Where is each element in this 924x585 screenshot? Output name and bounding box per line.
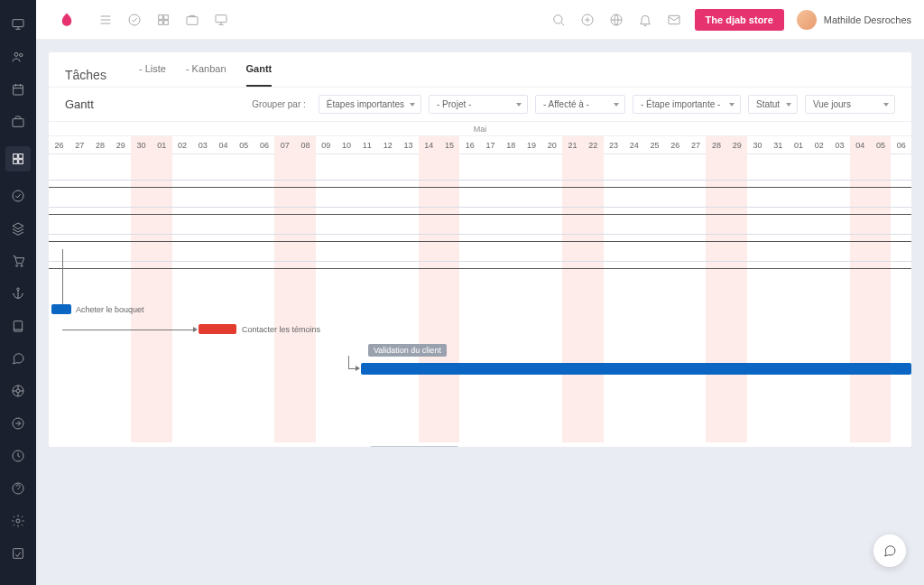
svg-rect-22 <box>159 14 163 19</box>
chart-body: Acheter le bouquet Contacter les témoins… <box>49 154 911 443</box>
nav-edit-icon[interactable] <box>10 545 26 562</box>
nav-briefcase-icon[interactable] <box>10 114 26 130</box>
nav-layers-icon[interactable] <box>10 220 26 237</box>
svg-rect-31 <box>669 15 679 23</box>
nav-settings-icon[interactable] <box>10 513 26 529</box>
nav-book-icon[interactable] <box>10 318 26 334</box>
day-cell: 12 <box>377 136 398 153</box>
days-header: 2627282930010203040506070809101112131415… <box>49 136 911 154</box>
day-cell: 04 <box>213 136 234 153</box>
svg-rect-24 <box>159 20 163 24</box>
svg-rect-6 <box>19 154 23 159</box>
day-cell: 04 <box>850 136 871 153</box>
select-status[interactable]: Statut <box>748 95 798 114</box>
nav-grid-icon[interactable] <box>5 146 31 172</box>
page-title: Tâches <box>65 68 106 82</box>
day-cell: 13 <box>398 136 419 153</box>
scroll-thumb[interactable] <box>369 446 459 447</box>
svg-point-11 <box>21 265 23 266</box>
avatar <box>797 10 817 30</box>
task-bar-bouquet[interactable] <box>51 304 71 314</box>
select-project[interactable]: - Projet - <box>429 95 528 114</box>
sidebar <box>0 0 36 585</box>
nav-help-icon[interactable] <box>10 480 26 497</box>
nav-chat-icon[interactable] <box>10 350 26 367</box>
select-milestones[interactable]: Étapes importantes <box>319 95 421 114</box>
store-button[interactable]: The djab store <box>695 9 784 31</box>
svg-rect-4 <box>13 119 23 127</box>
svg-rect-5 <box>14 154 18 159</box>
svg-point-21 <box>129 14 140 25</box>
day-cell: 27 <box>686 136 707 153</box>
milestone-validation[interactable]: Validation du client <box>368 344 447 357</box>
day-cell: 09 <box>316 136 337 153</box>
check-circle-icon[interactable] <box>126 12 143 28</box>
tabs-row: Tâches - Liste - Kanban Gantt <box>49 52 911 88</box>
chat-fab[interactable] <box>873 534 906 567</box>
nav-calendar-icon[interactable] <box>10 81 26 98</box>
day-cell: 28 <box>707 136 727 153</box>
briefcase-icon[interactable] <box>184 12 200 28</box>
nav-support-icon[interactable] <box>10 383 26 399</box>
tab-kanban[interactable]: - Kanban <box>186 63 226 87</box>
day-cell: 05 <box>234 136 254 153</box>
day-cell: 10 <box>337 136 357 153</box>
day-cell: 01 <box>152 136 172 153</box>
svg-rect-8 <box>19 160 23 164</box>
day-cell: 06 <box>891 136 911 153</box>
day-cell: 25 <box>644 136 665 153</box>
day-cell: 03 <box>829 136 850 153</box>
topbar: The djab store Mathilde Desroches <box>36 0 924 40</box>
select-view[interactable]: Vue jours <box>805 95 895 114</box>
bell-icon[interactable] <box>637 12 653 28</box>
task-bar-temoins[interactable] <box>199 324 236 334</box>
day-cell: 30 <box>131 136 152 153</box>
tasks-panel: Tâches - Liste - Kanban Gantt Gantt Grou… <box>49 52 911 447</box>
nav-cart-icon[interactable] <box>10 253 26 269</box>
mail-icon[interactable] <box>666 12 682 28</box>
svg-rect-20 <box>14 549 23 559</box>
add-icon[interactable] <box>579 12 596 28</box>
svg-rect-3 <box>14 85 23 95</box>
nav-monitor-icon[interactable] <box>10 16 26 32</box>
svg-point-1 <box>14 52 18 56</box>
day-cell: 29 <box>110 136 131 153</box>
day-cell: 29 <box>726 136 747 153</box>
day-cell: 01 <box>789 136 809 153</box>
search-icon[interactable] <box>550 12 567 28</box>
tab-liste[interactable]: - Liste <box>139 63 166 87</box>
svg-point-19 <box>16 519 20 523</box>
day-cell: 08 <box>295 136 316 153</box>
svg-rect-7 <box>14 160 18 164</box>
day-cell: 20 <box>541 136 562 153</box>
nav-users-icon[interactable] <box>10 49 26 65</box>
month-header: Mai <box>49 122 911 136</box>
day-cell: 23 <box>604 136 624 153</box>
task-label-temoins: Contacter les témoins <box>242 325 320 334</box>
menu-icon[interactable] <box>97 12 114 28</box>
user-menu[interactable]: Mathilde Desroches <box>797 10 911 30</box>
globe-icon[interactable] <box>608 12 624 28</box>
nav-logout-icon[interactable] <box>10 415 26 432</box>
nav-check-icon[interactable] <box>10 188 26 204</box>
day-cell: 27 <box>69 136 90 153</box>
logo-icon[interactable] <box>49 0 85 40</box>
select-assigned[interactable]: - Affecté à - <box>535 95 625 114</box>
svg-rect-0 <box>13 20 23 27</box>
day-cell: 07 <box>274 136 295 153</box>
day-cell: 21 <box>562 136 583 153</box>
task-bar-long[interactable] <box>361 363 911 375</box>
day-cell: 17 <box>480 136 501 153</box>
monitor-icon[interactable] <box>213 12 229 28</box>
tab-gantt[interactable]: Gantt <box>246 63 273 87</box>
group-by-label: Grouper par : <box>252 99 305 109</box>
nav-clock-icon[interactable] <box>10 448 26 464</box>
user-name: Mathilde Desroches <box>824 14 911 25</box>
svg-point-2 <box>20 53 23 56</box>
grid-icon[interactable] <box>155 12 171 28</box>
select-milestone[interactable]: - Étape importante - <box>633 95 741 114</box>
day-cell: 31 <box>768 136 789 153</box>
day-cell: 26 <box>49 136 69 153</box>
day-cell: 14 <box>419 136 439 153</box>
nav-anchor-icon[interactable] <box>10 285 26 302</box>
